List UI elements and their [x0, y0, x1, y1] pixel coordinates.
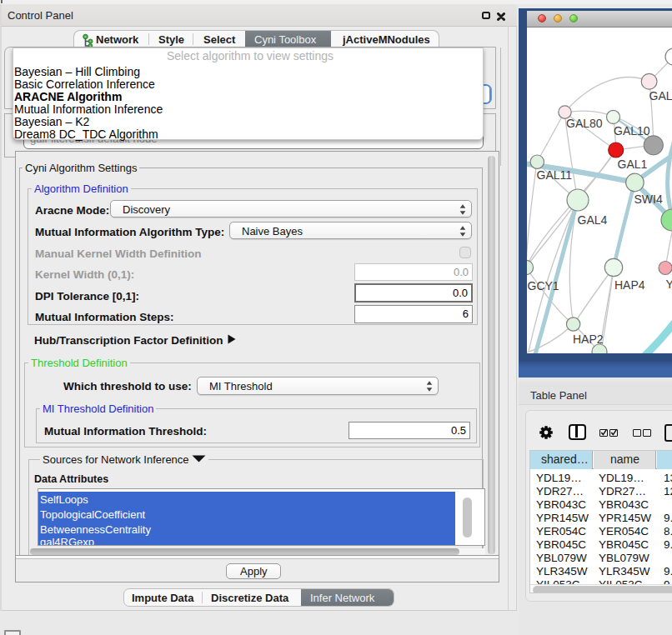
svg-text:GAL: GAL: [649, 89, 672, 102]
svg-text:HAP2: HAP2: [573, 332, 604, 346]
svg-text:HAP4: HAP4: [614, 278, 645, 292]
svg-text:GAL80: GAL80: [566, 117, 603, 130]
svg-text:GAL1: GAL1: [618, 158, 648, 171]
svg-text:GAL4: GAL4: [578, 213, 608, 227]
svg-text:GCY1: GCY1: [528, 279, 559, 292]
svg-text:GAL11: GAL11: [537, 168, 573, 182]
svg-text:Y: Y: [666, 278, 672, 291]
svg-text:GAL10: GAL10: [614, 124, 650, 138]
svg-text:SWI4: SWI4: [634, 192, 663, 206]
